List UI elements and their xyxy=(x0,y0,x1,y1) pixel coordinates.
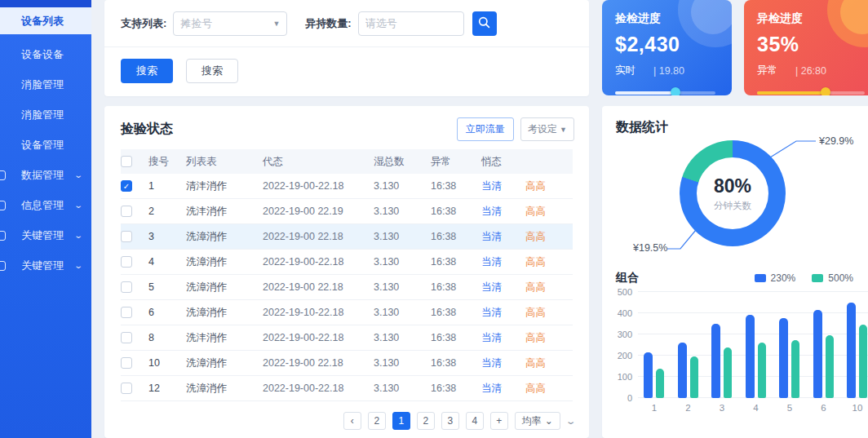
row-checkbox-cell: ✓ xyxy=(121,180,148,192)
row-checkbox[interactable] xyxy=(121,281,132,293)
slider-knob[interactable] xyxy=(821,87,830,95)
bar-series-1[interactable] xyxy=(847,303,856,398)
page-button[interactable]: ‹ xyxy=(343,412,361,430)
status-link[interactable]: 当清 xyxy=(481,331,525,345)
status-link[interactable]: 当清 xyxy=(481,306,525,320)
bar-series-1[interactable] xyxy=(813,310,822,398)
status-link[interactable]: 当清 xyxy=(481,281,525,294)
table-cell: 1 xyxy=(148,180,186,192)
flow-action-button[interactable]: 立即流量 xyxy=(457,117,514,141)
bar-series-2[interactable] xyxy=(724,347,732,398)
search-icon-button[interactable] xyxy=(472,11,497,36)
bar-series-2[interactable] xyxy=(826,335,834,398)
sidebar-item-关键管理[interactable]: 关键管理⌄ xyxy=(0,250,91,281)
y-axis-tick: 400 xyxy=(613,308,632,318)
select-all-checkbox[interactable] xyxy=(121,156,132,167)
page-button[interactable]: 2 xyxy=(368,412,386,430)
bar-series-2[interactable] xyxy=(656,369,664,398)
row-checkbox[interactable] xyxy=(121,307,132,318)
card-value: 35% xyxy=(757,33,868,56)
bar-series-1[interactable] xyxy=(711,324,720,398)
status-link[interactable]: 当清 xyxy=(481,230,525,244)
settings-dropdown-button[interactable]: 考设定 ▼ xyxy=(520,117,574,141)
level-link[interactable]: 高高 xyxy=(525,306,563,320)
row-checkbox[interactable] xyxy=(121,231,132,242)
level-link[interactable]: 高高 xyxy=(525,205,563,219)
level-link[interactable]: 高高 xyxy=(525,281,563,294)
bar-series-2[interactable] xyxy=(859,325,867,398)
bar-series-2[interactable] xyxy=(791,340,799,398)
table-row[interactable]: 12洗漳消作2022-19-00-22.183.13016:38当清高高 xyxy=(121,376,573,401)
y-axis-tick: 100 xyxy=(613,372,632,382)
page-size-dropdown[interactable]: 均率⌄ xyxy=(515,412,560,430)
sidebar-item-label: 消脸管理 xyxy=(21,77,64,92)
slider-knob[interactable] xyxy=(671,87,680,95)
page-button[interactable]: 3 xyxy=(441,412,459,430)
sidebar-item-设备设备[interactable]: 设备设备 xyxy=(0,39,91,69)
search-button-secondary[interactable]: 搜索 xyxy=(186,59,238,83)
sidebar-item-数据管理[interactable]: 数据管理⌄ xyxy=(0,160,91,190)
status-link[interactable]: 当清 xyxy=(481,255,525,269)
chevron-down-icon: ⌄ xyxy=(73,170,83,179)
search-button-primary[interactable]: 搜索 xyxy=(121,59,173,83)
page-button[interactable]: 2 xyxy=(417,412,435,430)
table-row[interactable]: 10洗漳消作2022-19-00 22.183.13016:38当清高高 xyxy=(121,351,573,376)
status-link[interactable]: 当清 xyxy=(481,205,525,219)
row-checkbox[interactable] xyxy=(121,332,132,343)
table-row[interactable]: 6洗漳消作2022-19-10-22.183.13016:38当清高高 xyxy=(121,300,573,325)
bar-series-2[interactable] xyxy=(690,356,698,398)
level-link[interactable]: 高高 xyxy=(525,382,563,396)
list-select[interactable]: 摊捡号 ▼ xyxy=(173,11,287,36)
row-checkbox[interactable] xyxy=(121,383,132,394)
table-header-cell: 异常 xyxy=(431,155,481,169)
page-button[interactable]: 1 xyxy=(392,412,410,430)
level-link[interactable]: 高高 xyxy=(525,255,563,269)
bar-series-1[interactable] xyxy=(779,318,788,398)
table-row[interactable]: 3洗漳消作2022-19-00 22.183.13016:38当清高高 xyxy=(121,224,573,250)
table-row[interactable]: 8洗沣消作2022-19-00-22.183.13016:38当清高高 xyxy=(121,325,573,351)
table-cell: 2022-19-00-22.18 xyxy=(263,180,374,192)
level-link[interactable]: 高高 xyxy=(525,331,563,345)
table-cell: 16:38 xyxy=(431,307,481,318)
row-checkbox[interactable]: ✓ xyxy=(121,180,132,192)
page-button[interactable]: 4 xyxy=(466,412,484,430)
filter-buttons-row: 搜索 搜索 xyxy=(104,47,589,95)
row-checkbox[interactable] xyxy=(121,357,132,369)
sidebar-item-设备列表[interactable]: 设备列表 xyxy=(0,7,91,34)
sidebar-item-设备管理[interactable]: 设备管理 xyxy=(0,130,91,160)
quantity-input[interactable] xyxy=(358,11,464,36)
legend-item[interactable]: 500% xyxy=(812,272,853,284)
legend-item[interactable]: 230% xyxy=(755,272,796,284)
page-button[interactable]: + xyxy=(490,412,508,430)
table-title: 捡验状态 xyxy=(121,121,173,138)
bar-series-1[interactable] xyxy=(678,343,687,398)
sidebar-item-消脸管理[interactable]: 消脸管理 xyxy=(0,69,91,100)
table-cell: 5 xyxy=(148,281,186,293)
bar-chart[interactable]: 010020030040050012345610 xyxy=(613,292,868,416)
status-link[interactable]: 当清 xyxy=(481,382,525,396)
level-link[interactable]: 高高 xyxy=(525,230,563,244)
row-checkbox[interactable] xyxy=(121,206,132,217)
bar-series-2[interactable] xyxy=(758,343,766,398)
row-checkbox[interactable] xyxy=(121,256,132,268)
table-row[interactable]: 5洗漳消作2022-19-00 22.183.13016:38当清高高 xyxy=(121,275,573,300)
table-row[interactable]: 2洗沣消作2022-19-00 22.193.13016:38当清高高 xyxy=(121,199,573,224)
bar-series-1[interactable] xyxy=(746,315,755,398)
sidebar-item-信息管理[interactable]: 信息管理⌄ xyxy=(0,190,91,220)
bar-series-1[interactable] xyxy=(644,352,653,398)
level-link[interactable]: 高高 xyxy=(525,179,563,193)
table-row[interactable]: 4洗漳消作2022-19-00-22.183.13016:38当清高高 xyxy=(121,250,573,275)
status-link[interactable]: 当清 xyxy=(481,356,525,370)
sidebar-item-关键管理[interactable]: 关键管理⌄ xyxy=(0,220,91,250)
filter-label-quantity: 异持数量: xyxy=(305,16,351,31)
sidebar-item-消脸管理[interactable]: 消脸管理 xyxy=(0,100,91,130)
donut-chart[interactable]: 80% 分钟关数 xyxy=(680,140,786,246)
row-checkbox-cell xyxy=(121,231,148,242)
table-row[interactable]: ✓1清沣消作2022-19-00-22.183.13016:38当清高高 xyxy=(121,174,573,199)
table-cell: 3.130 xyxy=(374,281,431,293)
collapse-chevron-icon[interactable]: ⌄ xyxy=(565,416,576,427)
progress-card-blue: 捡检进度 $2,430 实时 | 19.80 xyxy=(602,0,732,95)
level-link[interactable]: 高高 xyxy=(525,356,563,370)
status-link[interactable]: 当清 xyxy=(481,179,525,193)
donut-percent: 80% xyxy=(714,175,751,197)
